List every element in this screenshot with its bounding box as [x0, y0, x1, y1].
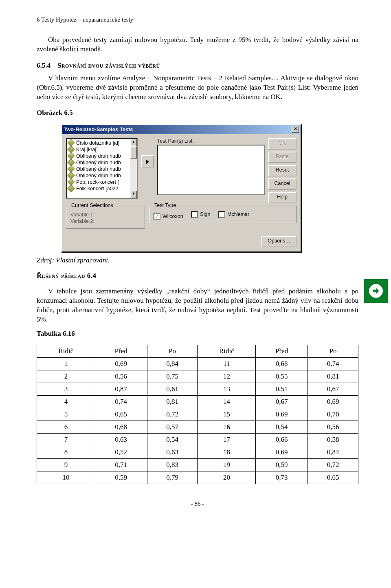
- table-cell: 0,56: [308, 421, 358, 434]
- table-header: Řidič: [37, 345, 95, 358]
- paragraph-intro: Oba provedené testy zamítají nulovou hyp…: [37, 35, 358, 54]
- table-cell: 0,67: [308, 383, 358, 396]
- table-cell: 0,71: [95, 459, 147, 471]
- mcnemar-checkbox[interactable]: McNemar: [218, 211, 249, 218]
- table-row: 100,590,79200,730,65: [37, 471, 358, 484]
- table-cell: 7: [37, 434, 95, 446]
- table-cell: 2: [37, 370, 95, 383]
- table-cell: 14: [198, 396, 256, 408]
- table-cell: 0,87: [95, 383, 147, 396]
- table-cell: 0,69: [308, 396, 358, 408]
- sign-checkbox[interactable]: Sign: [191, 211, 210, 218]
- chevron-right-icon: [145, 159, 150, 164]
- table-cell: 0,63: [147, 446, 198, 459]
- help-button[interactable]: Help: [268, 192, 297, 203]
- table-cell: 13: [198, 383, 256, 396]
- table-cell: 10: [37, 471, 95, 484]
- table-cell: 0,69: [256, 446, 308, 459]
- table-cell: 4: [37, 396, 95, 408]
- close-icon[interactable]: ✕: [292, 126, 299, 133]
- list-item[interactable]: Oblíbený druh hudb: [68, 159, 136, 166]
- list-item[interactable]: Pop, rock-koncert [: [68, 179, 136, 185]
- table-cell: 1: [37, 358, 95, 370]
- list-item[interactable]: Oblíbený druh hudb: [68, 166, 136, 172]
- table-cell: 16: [198, 421, 256, 434]
- table-cell: 11: [198, 358, 256, 370]
- table-header: Po: [147, 345, 198, 358]
- list-item[interactable]: Číslo dotazníku [id]: [68, 140, 136, 146]
- paragraph-instructions: V hlavním menu zvolíme Analyze – Nonpara…: [37, 74, 358, 102]
- table-cell: 0,54: [147, 434, 198, 446]
- table-header: Řidič: [198, 345, 256, 358]
- table-cell: 15: [198, 408, 256, 421]
- table-row: 90,710,83190,590,72: [37, 459, 358, 471]
- pair-listbox[interactable]: [157, 145, 265, 195]
- scrollbar[interactable]: ▲ ▼: [130, 139, 137, 198]
- table-cell: 0,58: [308, 434, 358, 446]
- table-cell: 0,54: [256, 421, 308, 434]
- table-cell: 0,84: [308, 446, 358, 459]
- table-cell: 0,57: [147, 421, 198, 434]
- ok-button[interactable]: OK: [268, 138, 297, 150]
- example-body: V tabulce jsou zaznamenány výsledky „rea…: [37, 287, 358, 324]
- table-cell: 19: [198, 459, 256, 471]
- table-cell: 17: [198, 434, 256, 446]
- list-item[interactable]: Oblíbený druh hudb: [68, 172, 136, 179]
- scroll-thumb[interactable]: [130, 146, 137, 159]
- table-header: Před: [256, 345, 308, 358]
- table-label: Tabulka 6.16: [37, 330, 358, 338]
- table-cell: 6: [37, 421, 95, 434]
- table-cell: 0,68: [256, 358, 308, 370]
- figure-source: Zdroj: Vlastní zpracování.: [37, 256, 358, 264]
- variables-listbox[interactable]: Číslo dotazníku [id] Kraj [kraj] Oblíben…: [66, 138, 138, 199]
- table-cell: 0,74: [95, 396, 147, 408]
- table-row: 40,740,81140,670,69: [37, 396, 358, 408]
- table-cell: 0,72: [308, 459, 358, 471]
- table-cell: 0,79: [147, 471, 198, 484]
- variable1-label: Variable 1:: [70, 212, 141, 218]
- table-row: 10,690,84110,680,74: [37, 358, 358, 370]
- dialog-screenshot: Two-Related-Samples Tests ✕ Číslo dotazn…: [61, 124, 301, 252]
- table-row: 20,560,75120,550,81: [37, 370, 358, 383]
- options-button[interactable]: Options…: [261, 236, 297, 247]
- table-cell: 0,68: [95, 421, 147, 434]
- table-cell: 0,75: [147, 370, 198, 383]
- table-cell: 5: [37, 408, 95, 421]
- scroll-up-icon[interactable]: ▲: [130, 139, 137, 146]
- table-cell: 0,73: [256, 471, 308, 484]
- current-selections-group: Variable 1: Variable 2:: [66, 206, 145, 229]
- table-cell: 0,67: [256, 396, 308, 408]
- table-cell: 0,81: [147, 396, 198, 408]
- figure-label: Obrázek 6.5: [37, 109, 358, 117]
- scroll-down-icon[interactable]: ▼: [130, 191, 137, 198]
- example-heading: Řešený příklad 6.4: [37, 272, 358, 280]
- table-cell: 9: [37, 459, 95, 471]
- list-item[interactable]: Folk-koncert [a022: [68, 185, 136, 192]
- table-cell: 0,70: [308, 408, 358, 421]
- table-row: 50,650,72150,690,70: [37, 408, 358, 421]
- dialog-title: Two-Related-Samples Tests: [64, 126, 133, 132]
- move-right-button[interactable]: [141, 155, 154, 168]
- table-cell: 0,72: [147, 408, 198, 421]
- variable2-label: Variable 2:: [70, 218, 141, 224]
- wilcoxon-checkbox[interactable]: ✓ Wilcoxon: [154, 213, 183, 220]
- table-row: 60,680,57160,540,56: [37, 421, 358, 434]
- table-cell: 0,59: [95, 471, 147, 484]
- reset-button[interactable]: Reset: [268, 165, 297, 176]
- list-item[interactable]: Oblíbený druh hudb: [68, 153, 136, 159]
- table-cell: 8: [37, 446, 95, 459]
- example-marker-icon: [364, 279, 388, 303]
- table-cell: 0,84: [147, 358, 198, 370]
- running-header: 6 Testy Hypotéz – neparametrické testy: [37, 16, 358, 23]
- table-cell: 18: [198, 446, 256, 459]
- list-item[interactable]: Kraj [kraj]: [68, 146, 136, 153]
- section-heading: 6.5.4 Srovnání dvou závislých výběrů: [37, 62, 358, 70]
- cancel-button[interactable]: Cancel: [268, 178, 297, 190]
- data-table: ŘidičPředPoŘidičPředPo 10,690,84110,680,…: [37, 345, 358, 484]
- dialog-titlebar[interactable]: Two-Related-Samples Tests ✕: [62, 125, 301, 134]
- paste-button[interactable]: Paste: [268, 152, 297, 163]
- table-cell: 0,66: [256, 434, 308, 446]
- table-cell: 3: [37, 383, 95, 396]
- table-cell: 20: [198, 471, 256, 484]
- table-cell: 0,51: [256, 383, 308, 396]
